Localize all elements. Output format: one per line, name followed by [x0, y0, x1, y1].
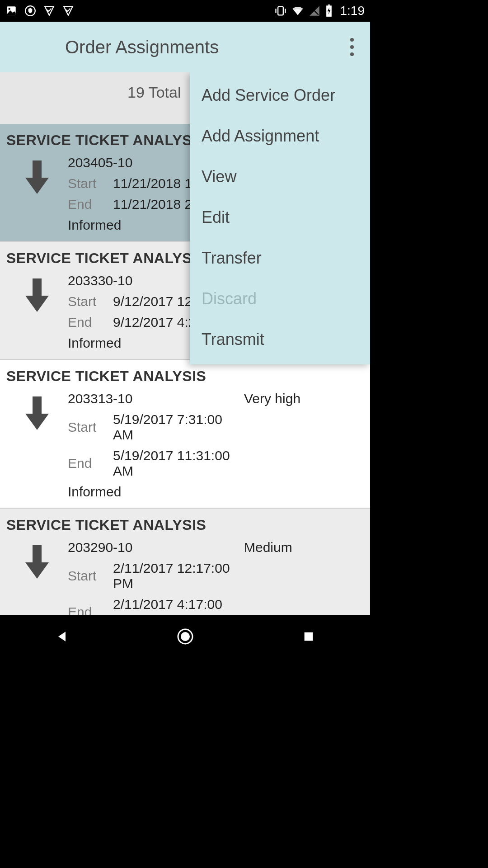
svg-rect-15 [304, 632, 313, 641]
ticket-row[interactable]: SERVICE TICKET ANALYSIS 203313-10 Very h… [0, 360, 370, 509]
start-value: 2/11/2017 12:17:00 PM [113, 561, 244, 591]
svg-point-14 [181, 632, 190, 641]
ticket-status: Informed [68, 484, 364, 500]
svg-rect-3 [278, 7, 283, 15]
ticket-title: SERVICE TICKET ANALYSIS [6, 368, 364, 385]
content-area: 19 Total SERVICE TICKET ANALYSIS 203405-… [0, 72, 370, 615]
svg-rect-12 [33, 545, 42, 563]
priority-arrow-down-icon [6, 273, 68, 351]
end-label: End [68, 604, 113, 615]
end-label: End [68, 197, 113, 212]
status-time: 1:19 [340, 4, 365, 18]
no-sim-icon [309, 5, 320, 17]
checkmark-icon [43, 5, 55, 17]
end-label: End [68, 315, 113, 330]
menu-edit[interactable]: Edit [190, 197, 370, 238]
menu-transfer[interactable]: Transfer [190, 238, 370, 278]
priority-arrow-down-icon [6, 540, 68, 615]
priority-arrow-down-icon [6, 391, 68, 500]
ticket-priority: Very high [244, 391, 364, 406]
ticket-title: SERVICE TICKET ANALYSIS [6, 517, 364, 533]
menu-view[interactable]: View [190, 156, 370, 197]
back-button[interactable] [48, 623, 75, 650]
priority-arrow-down-icon [6, 155, 68, 233]
vibrate-icon [274, 5, 287, 17]
wifi-icon [291, 5, 304, 17]
more-dot-icon [350, 38, 354, 42]
end-value: 2/11/2017 4:17:00 PM [113, 597, 244, 615]
more-options-button[interactable] [341, 36, 363, 58]
start-label: Start [68, 568, 113, 584]
menu-add-service-order[interactable]: Add Service Order [190, 75, 370, 116]
nav-bar [0, 615, 370, 658]
more-dot-icon [350, 45, 354, 49]
start-label: Start [68, 176, 113, 191]
end-label: End [68, 456, 113, 471]
image-icon [5, 5, 17, 17]
status-left-icons [5, 5, 74, 17]
menu-add-assignment[interactable]: Add Assignment [190, 116, 370, 156]
status-right-icons: 1:19 [274, 4, 365, 18]
menu-discard: Discard [190, 278, 370, 319]
svg-rect-11 [33, 396, 42, 415]
more-dot-icon [350, 52, 354, 56]
menu-transmit[interactable]: Transmit [190, 319, 370, 360]
checkmark-icon [62, 5, 74, 17]
ticket-priority: Medium [244, 540, 364, 555]
recents-button[interactable] [295, 623, 322, 650]
overflow-menu: Add Service Order Add Assignment View Ed… [190, 72, 370, 364]
shield-icon [24, 5, 36, 17]
end-value: 5/19/2017 11:31:00 AM [113, 448, 244, 479]
home-button[interactable] [172, 623, 199, 650]
ticket-id: 203313-10 [68, 391, 244, 406]
svg-rect-9 [33, 160, 42, 179]
start-label: Start [68, 294, 113, 309]
app-bar: Order Assignments [0, 22, 370, 72]
battery-charging-icon [325, 5, 333, 17]
svg-rect-8 [328, 5, 330, 5]
svg-point-1 [9, 8, 10, 10]
ticket-row[interactable]: SERVICE TICKET ANALYSIS 203290-10 Medium… [0, 509, 370, 615]
ticket-id: 203290-10 [68, 540, 244, 555]
svg-rect-10 [33, 278, 42, 297]
total-count: 19 Total [127, 84, 181, 101]
status-bar: 1:19 [0, 0, 370, 22]
page-title: Order Assignments [65, 37, 219, 57]
start-label: Start [68, 420, 113, 435]
start-value: 5/19/2017 7:31:00 AM [113, 412, 244, 443]
